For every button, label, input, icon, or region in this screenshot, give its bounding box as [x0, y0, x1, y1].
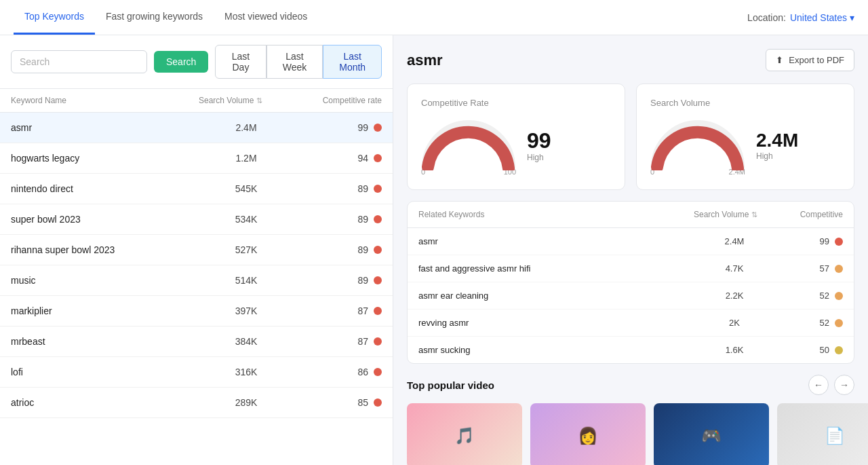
search-volume-cell: 2.4M	[199, 122, 294, 133]
app-container: Top Keywords Fast growing keywords Most …	[0, 0, 868, 465]
rate-dot	[374, 246, 382, 254]
search-volume-value: 2.4M	[756, 131, 798, 150]
col-keyword-header: Keyword Name	[11, 96, 199, 105]
competitive-gauge	[421, 116, 516, 170]
tab-fast-growing[interactable]: Fast growing keywords	[95, 0, 214, 35]
filter-last-week[interactable]: Last Week	[267, 45, 323, 79]
related-header: Related Keywords Search Volume ⇅ Competi…	[408, 202, 854, 228]
video-thumbnail[interactable]: 🎵	[407, 403, 522, 465]
related-competitive: 99	[775, 236, 843, 246]
detail-title: asmr	[407, 52, 443, 69]
table-row[interactable]: music 514K 89	[0, 265, 393, 296]
time-filters: Last Day Last Week Last Month	[215, 45, 382, 79]
popular-header: Top popular video ← →	[407, 375, 854, 395]
related-rate-dot	[835, 265, 843, 273]
thumb-icon: 👩	[530, 403, 646, 465]
related-rows: asmr 2.4M 99 fast and aggressive asmr hi…	[408, 228, 854, 363]
keyword-name: asmr	[11, 122, 199, 133]
competitive-rate-cell: 86	[294, 367, 382, 377]
search-volume-cell: 397K	[199, 305, 294, 316]
table-row[interactable]: super bowl 2023 534K 89	[0, 204, 393, 235]
competitive-rate-cell: 87	[294, 305, 382, 316]
keyword-name: markiplier	[11, 305, 199, 316]
competitive-rate-cell: 94	[294, 153, 382, 164]
filter-last-month[interactable]: Last Month	[323, 45, 382, 79]
prev-arrow[interactable]: ←	[808, 375, 829, 395]
search-button[interactable]: Search	[154, 51, 208, 73]
related-volume: 2.2K	[694, 291, 775, 301]
thumb-icon: 📄	[777, 403, 868, 465]
search-volume-cell: 316K	[199, 367, 294, 377]
col-competitive-header: Competitive rate	[294, 96, 382, 105]
related-keyword-name: fast and aggressive asmr hifi	[418, 263, 694, 274]
keyword-name: nintendo direct	[11, 183, 199, 194]
competitive-rate-cell: 99	[294, 122, 382, 133]
rate-dot	[374, 215, 382, 223]
chevron-down-icon: ▾	[850, 12, 854, 23]
related-row[interactable]: fast and aggressive asmr hifi 4.7K 57	[408, 255, 854, 282]
competitive-rate-cell: 89	[294, 183, 382, 194]
related-row[interactable]: asmr sucking 1.6K 50	[408, 337, 854, 363]
popular-title: Top popular video	[407, 379, 494, 391]
main-content: Search Last Day Last Week Last Month Key…	[0, 35, 868, 465]
search-input[interactable]	[11, 50, 147, 73]
competitive-rate-card: Competitive Rate	[407, 83, 625, 190]
related-row[interactable]: revving asmr 2K 52	[408, 310, 854, 337]
competitive-rate-cell: 89	[294, 214, 382, 225]
search-volume-cell: 514K	[199, 275, 294, 286]
keyword-name: music	[11, 275, 199, 286]
competitive-rate-cell: 87	[294, 336, 382, 347]
table-row[interactable]: atrioc 289K 85	[0, 388, 393, 418]
next-arrow[interactable]: →	[834, 375, 854, 395]
related-keyword-name: revving asmr	[418, 318, 694, 328]
thumb-icon: 🎮	[654, 403, 769, 465]
related-rate-dot	[835, 319, 843, 327]
location-value[interactable]: United States ▾	[790, 12, 854, 23]
search-volume-value-area: 2.4M High	[756, 131, 798, 161]
table-row[interactable]: nintendo direct 545K 89	[0, 174, 393, 204]
related-volume: 2K	[694, 318, 775, 328]
left-panel: Search Last Day Last Week Last Month Key…	[0, 35, 393, 465]
related-sort-icon[interactable]: ⇅	[751, 210, 757, 219]
tab-most-viewed[interactable]: Most viewed videos	[214, 0, 318, 35]
keyword-name: rihanna super bowl 2023	[11, 244, 199, 255]
filter-last-day[interactable]: Last Day	[215, 45, 266, 79]
col-volume-header[interactable]: Search Volume ⇅	[199, 96, 294, 105]
related-col-competitive: Competitive	[775, 210, 843, 219]
competitive-value: 99	[527, 130, 551, 151]
table-row[interactable]: hogwarts legacy 1.2M 94	[0, 143, 393, 174]
sort-icon[interactable]: ⇅	[256, 96, 262, 105]
search-volume-content: 0 2.4M 2.4M High	[650, 116, 840, 176]
related-rate-dot	[835, 346, 843, 354]
right-panel: asmr ⬆ Export to PDF Competitive Rate	[393, 35, 868, 465]
related-row[interactable]: asmr ear cleaning 2.2K 52	[408, 282, 854, 310]
search-volume-cell: 527K	[199, 244, 294, 255]
rate-dot	[374, 337, 382, 346]
table-row[interactable]: rihanna super bowl 2023 527K 89	[0, 235, 393, 265]
nav-tabs: Top Keywords Fast growing keywords Most …	[14, 0, 318, 35]
keyword-list: asmr 2.4M 99 hogwarts legacy 1.2M 94 nin…	[0, 113, 393, 465]
export-button[interactable]: ⬆ Export to PDF	[766, 49, 854, 71]
table-row[interactable]: markiplier 397K 87	[0, 296, 393, 327]
popular-video-section: Top popular video ← → 🎵👩🎮📄	[407, 375, 854, 465]
keyword-name: atrioc	[11, 397, 199, 408]
search-volume-label: High	[756, 151, 798, 161]
right-header: asmr ⬆ Export to PDF	[407, 49, 854, 71]
table-row[interactable]: asmr 2.4M 99	[0, 113, 393, 143]
keyword-name: mrbeast	[11, 336, 199, 347]
table-row[interactable]: mrbeast 384K 87	[0, 327, 393, 357]
table-row[interactable]: lofi 316K 86	[0, 357, 393, 388]
video-thumbnail[interactable]: 👩	[530, 403, 646, 465]
location-area: Location: United States ▾	[747, 12, 854, 23]
search-volume-cell: 545K	[199, 183, 294, 194]
video-thumbnail[interactable]: 🎮	[654, 403, 769, 465]
related-row[interactable]: asmr 2.4M 99	[408, 228, 854, 255]
video-thumbnail[interactable]: 📄	[777, 403, 868, 465]
top-nav: Top Keywords Fast growing keywords Most …	[0, 0, 868, 35]
keyword-name: lofi	[11, 367, 199, 377]
related-volume: 1.6K	[694, 345, 775, 355]
search-volume-gauge	[650, 116, 745, 170]
related-col-volume[interactable]: Search Volume ⇅	[694, 210, 775, 219]
search-volume-cell: 534K	[199, 214, 294, 225]
tab-top-keywords[interactable]: Top Keywords	[14, 0, 95, 35]
